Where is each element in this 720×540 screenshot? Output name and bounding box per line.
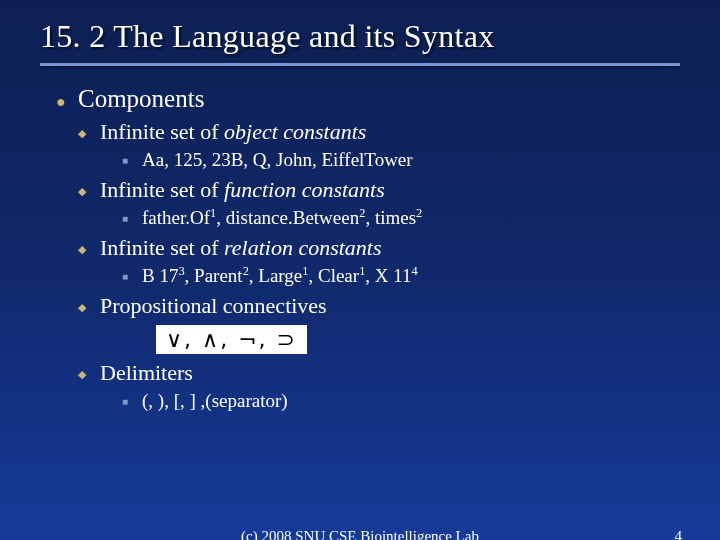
square-bullet-icon: ■ — [122, 396, 142, 407]
text: Infinite set of — [100, 119, 224, 144]
text: , distance.Between — [216, 207, 359, 228]
bullet-level2: ◆ Infinite set of object constants — [78, 119, 680, 145]
footer-copyright: (c) 2008 SNU CSE Biointelligence Lab — [241, 528, 479, 540]
delimiters-examples: (, ), [, ] ,(separator) — [142, 390, 288, 412]
superscript: 4 — [412, 264, 418, 278]
bullet-level2: ◆ Infinite set of function constants — [78, 177, 680, 203]
function-constants-examples: father.Of1, distance.Between2, times2 — [142, 207, 422, 229]
title-underline — [40, 63, 680, 69]
text-italic: function constants — [224, 177, 385, 202]
square-bullet-icon: ■ — [122, 155, 142, 166]
diamond-bullet-icon: ◆ — [78, 368, 100, 381]
object-constants-examples: Aa, 125, 23B, Q, John, EiffelTower — [142, 149, 413, 171]
diamond-bullet-icon: ◆ — [78, 185, 100, 198]
bullet-level3: ■ (, ), [, ] ,(separator) — [122, 390, 680, 412]
diamond-bullet-icon: ◆ — [78, 301, 100, 314]
bullet-level3: ■ B 173, Parent2, Large1, Clear1, X 114 — [122, 265, 680, 287]
bullet-level1: ● Components — [56, 85, 680, 113]
relation-constants-label: Infinite set of relation constants — [100, 235, 382, 261]
connectives-symbols-box: ∨, ∧, ¬, ⊃ — [156, 325, 307, 354]
bullet-level3: ■ Aa, 125, 23B, Q, John, EiffelTower — [122, 149, 680, 171]
text: , times — [365, 207, 416, 228]
diamond-bullet-icon: ◆ — [78, 127, 100, 140]
bullet-level2: ◆ Infinite set of relation constants — [78, 235, 680, 261]
relation-constants-examples: B 173, Parent2, Large1, Clear1, X 114 — [142, 265, 418, 287]
superscript: 2 — [416, 206, 422, 220]
text: , Clear — [308, 265, 359, 286]
text: , Large — [249, 265, 302, 286]
diamond-bullet-icon: ◆ — [78, 243, 100, 256]
bullet-level2: ◆ Delimiters — [78, 360, 680, 386]
slide-title: 15. 2 The Language and its Syntax — [40, 18, 680, 55]
page-number: 4 — [675, 528, 683, 540]
components-label: Components — [78, 85, 204, 113]
text-italic: object constants — [224, 119, 366, 144]
text: B 17 — [142, 265, 178, 286]
slide: 15. 2 The Language and its Syntax ● Comp… — [0, 0, 720, 540]
object-constants-label: Infinite set of object constants — [100, 119, 366, 145]
title-area: 15. 2 The Language and its Syntax — [0, 0, 720, 55]
disc-bullet-icon: ● — [56, 93, 78, 111]
square-bullet-icon: ■ — [122, 271, 142, 282]
square-bullet-icon: ■ — [122, 213, 142, 224]
function-constants-label: Infinite set of function constants — [100, 177, 385, 203]
text: father.Of — [142, 207, 210, 228]
bullet-level2: ◆ Propositional connectives — [78, 293, 680, 319]
text-italic: relation constants — [224, 235, 381, 260]
delimiters-label: Delimiters — [100, 360, 193, 386]
text: Infinite set of — [100, 177, 224, 202]
propositional-connectives-label: Propositional connectives — [100, 293, 327, 319]
level2-group: ◆ Infinite set of object constants ■ Aa,… — [78, 119, 680, 412]
slide-body: ● Components ◆ Infinite set of object co… — [0, 69, 720, 412]
text: , Parent — [185, 265, 243, 286]
text: , X 11 — [365, 265, 411, 286]
text: Infinite set of — [100, 235, 224, 260]
bullet-level3: ■ father.Of1, distance.Between2, times2 — [122, 207, 680, 229]
